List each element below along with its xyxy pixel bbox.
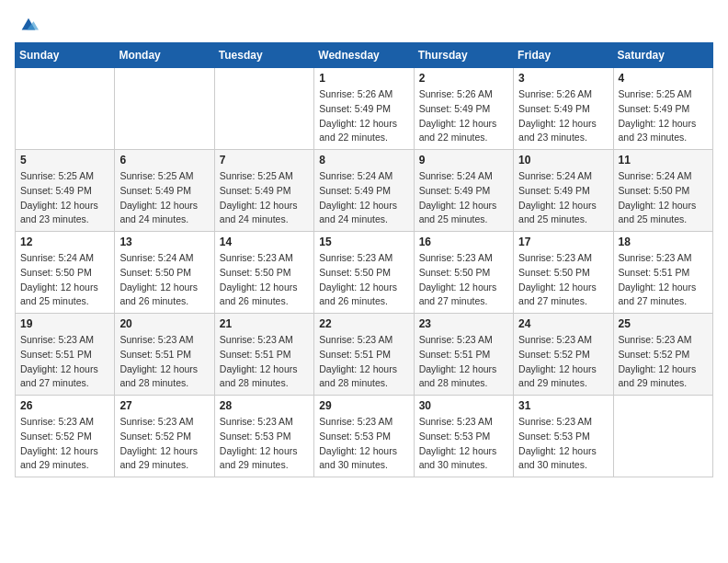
day-number: 23 xyxy=(419,317,508,330)
day-info: Sunrise: 5:23 AM Sunset: 5:53 PM Dayligh… xyxy=(419,415,508,473)
day-info: Sunrise: 5:23 AM Sunset: 5:50 PM Dayligh… xyxy=(319,251,408,309)
day-number: 10 xyxy=(518,154,608,167)
calendar-cell: 23Sunrise: 5:23 AM Sunset: 5:51 PM Dayli… xyxy=(414,314,513,396)
calendar-cell xyxy=(16,68,115,150)
day-info: Sunrise: 5:23 AM Sunset: 5:53 PM Dayligh… xyxy=(319,415,408,473)
day-info: Sunrise: 5:23 AM Sunset: 5:52 PM Dayligh… xyxy=(619,333,708,391)
calendar-cell: 3Sunrise: 5:26 AM Sunset: 5:49 PM Daylig… xyxy=(514,68,613,150)
calendar-cell: 4Sunrise: 5:25 AM Sunset: 5:49 PM Daylig… xyxy=(613,68,712,150)
calendar-cell: 12Sunrise: 5:24 AM Sunset: 5:50 PM Dayli… xyxy=(16,232,115,314)
calendar-cell: 5Sunrise: 5:25 AM Sunset: 5:49 PM Daylig… xyxy=(16,150,115,232)
calendar-week-2: 5Sunrise: 5:25 AM Sunset: 5:49 PM Daylig… xyxy=(16,150,713,232)
day-info: Sunrise: 5:23 AM Sunset: 5:51 PM Dayligh… xyxy=(20,333,109,391)
calendar-cell: 25Sunrise: 5:23 AM Sunset: 5:52 PM Dayli… xyxy=(613,314,712,396)
day-number: 21 xyxy=(220,317,309,330)
calendar-cell: 29Sunrise: 5:23 AM Sunset: 5:53 PM Dayli… xyxy=(314,396,414,477)
day-info: Sunrise: 5:23 AM Sunset: 5:52 PM Dayligh… xyxy=(119,415,209,473)
calendar-cell: 22Sunrise: 5:23 AM Sunset: 5:51 PM Dayli… xyxy=(314,314,414,396)
day-number: 22 xyxy=(319,317,408,330)
day-info: Sunrise: 5:23 AM Sunset: 5:51 PM Dayligh… xyxy=(419,333,508,391)
calendar-cell: 10Sunrise: 5:24 AM Sunset: 5:49 PM Dayli… xyxy=(514,150,613,232)
day-info: Sunrise: 5:23 AM Sunset: 5:51 PM Dayligh… xyxy=(619,251,708,309)
day-info: Sunrise: 5:25 AM Sunset: 5:49 PM Dayligh… xyxy=(20,169,109,227)
day-number: 19 xyxy=(20,317,109,330)
calendar-cell: 6Sunrise: 5:25 AM Sunset: 5:49 PM Daylig… xyxy=(115,150,214,232)
day-number: 17 xyxy=(518,236,608,248)
day-number: 12 xyxy=(20,236,109,248)
logo-icon xyxy=(18,15,39,35)
day-info: Sunrise: 5:24 AM Sunset: 5:50 PM Dayligh… xyxy=(20,251,109,309)
day-info: Sunrise: 5:23 AM Sunset: 5:50 PM Dayligh… xyxy=(518,251,608,309)
day-info: Sunrise: 5:26 AM Sunset: 5:49 PM Dayligh… xyxy=(319,87,408,145)
day-header-tuesday: Tuesday xyxy=(214,43,313,68)
day-info: Sunrise: 5:23 AM Sunset: 5:53 PM Dayligh… xyxy=(220,415,309,473)
calendar-week-4: 19Sunrise: 5:23 AM Sunset: 5:51 PM Dayli… xyxy=(16,314,713,396)
calendar-cell: 1Sunrise: 5:26 AM Sunset: 5:49 PM Daylig… xyxy=(314,68,414,150)
day-number: 29 xyxy=(319,399,408,412)
calendar-week-1: 1Sunrise: 5:26 AM Sunset: 5:49 PM Daylig… xyxy=(16,68,713,150)
day-number: 15 xyxy=(319,236,408,248)
calendar-week-3: 12Sunrise: 5:24 AM Sunset: 5:50 PM Dayli… xyxy=(16,232,713,314)
day-number: 24 xyxy=(518,317,608,330)
day-info: Sunrise: 5:23 AM Sunset: 5:52 PM Dayligh… xyxy=(20,415,109,473)
day-number: 28 xyxy=(220,399,309,412)
day-info: Sunrise: 5:24 AM Sunset: 5:50 PM Dayligh… xyxy=(619,169,708,227)
day-info: Sunrise: 5:24 AM Sunset: 5:49 PM Dayligh… xyxy=(419,169,508,227)
day-number: 2 xyxy=(419,72,508,85)
calendar-cell: 11Sunrise: 5:24 AM Sunset: 5:50 PM Dayli… xyxy=(613,150,712,232)
calendar-cell: 16Sunrise: 5:23 AM Sunset: 5:50 PM Dayli… xyxy=(414,232,513,314)
day-info: Sunrise: 5:26 AM Sunset: 5:49 PM Dayligh… xyxy=(518,87,608,145)
day-number: 13 xyxy=(119,236,209,248)
calendar-cell: 18Sunrise: 5:23 AM Sunset: 5:51 PM Dayli… xyxy=(613,232,712,314)
day-number: 4 xyxy=(619,72,708,85)
day-number: 5 xyxy=(20,154,109,167)
day-number: 25 xyxy=(619,317,708,330)
day-header-friday: Friday xyxy=(514,43,613,68)
calendar-cell: 28Sunrise: 5:23 AM Sunset: 5:53 PM Dayli… xyxy=(214,396,313,477)
calendar-cell: 14Sunrise: 5:23 AM Sunset: 5:50 PM Dayli… xyxy=(214,232,313,314)
day-number: 6 xyxy=(119,154,209,167)
day-info: Sunrise: 5:23 AM Sunset: 5:51 PM Dayligh… xyxy=(119,333,209,391)
day-info: Sunrise: 5:25 AM Sunset: 5:49 PM Dayligh… xyxy=(119,169,209,227)
calendar-cell: 2Sunrise: 5:26 AM Sunset: 5:49 PM Daylig… xyxy=(414,68,513,150)
calendar-cell: 13Sunrise: 5:24 AM Sunset: 5:50 PM Dayli… xyxy=(115,232,214,314)
day-number: 11 xyxy=(619,154,708,167)
day-number: 16 xyxy=(419,236,508,248)
calendar-cell: 21Sunrise: 5:23 AM Sunset: 5:51 PM Dayli… xyxy=(214,314,313,396)
day-header-monday: Monday xyxy=(115,43,214,68)
calendar-cell: 20Sunrise: 5:23 AM Sunset: 5:51 PM Dayli… xyxy=(115,314,214,396)
day-info: Sunrise: 5:23 AM Sunset: 5:51 PM Dayligh… xyxy=(319,333,408,391)
day-number: 18 xyxy=(619,236,708,248)
calendar-cell: 17Sunrise: 5:23 AM Sunset: 5:50 PM Dayli… xyxy=(514,232,613,314)
day-info: Sunrise: 5:23 AM Sunset: 5:50 PM Dayligh… xyxy=(419,251,508,309)
day-number: 1 xyxy=(319,72,408,85)
calendar-cell: 26Sunrise: 5:23 AM Sunset: 5:52 PM Dayli… xyxy=(16,396,115,477)
day-number: 20 xyxy=(119,317,209,330)
day-info: Sunrise: 5:23 AM Sunset: 5:50 PM Dayligh… xyxy=(220,251,309,309)
calendar-cell: 8Sunrise: 5:24 AM Sunset: 5:49 PM Daylig… xyxy=(314,150,414,232)
calendar-cell: 31Sunrise: 5:23 AM Sunset: 5:53 PM Dayli… xyxy=(514,396,613,477)
day-number: 3 xyxy=(518,72,608,85)
calendar-table: SundayMondayTuesdayWednesdayThursdayFrid… xyxy=(15,42,713,477)
day-info: Sunrise: 5:25 AM Sunset: 5:49 PM Dayligh… xyxy=(220,169,309,227)
day-info: Sunrise: 5:23 AM Sunset: 5:52 PM Dayligh… xyxy=(518,333,608,391)
day-number: 30 xyxy=(419,399,508,412)
day-number: 9 xyxy=(419,154,508,167)
calendar-cell: 7Sunrise: 5:25 AM Sunset: 5:49 PM Daylig… xyxy=(214,150,313,232)
day-number: 27 xyxy=(119,399,209,412)
day-number: 7 xyxy=(220,154,309,167)
calendar-cell: 24Sunrise: 5:23 AM Sunset: 5:52 PM Dayli… xyxy=(514,314,613,396)
calendar-cell: 19Sunrise: 5:23 AM Sunset: 5:51 PM Dayli… xyxy=(16,314,115,396)
day-header-thursday: Thursday xyxy=(414,43,513,68)
day-number: 31 xyxy=(518,399,608,412)
calendar-header-row: SundayMondayTuesdayWednesdayThursdayFrid… xyxy=(16,43,713,68)
day-info: Sunrise: 5:26 AM Sunset: 5:49 PM Dayligh… xyxy=(419,87,508,145)
day-info: Sunrise: 5:24 AM Sunset: 5:50 PM Dayligh… xyxy=(119,251,209,309)
calendar-week-5: 26Sunrise: 5:23 AM Sunset: 5:52 PM Dayli… xyxy=(16,396,713,477)
calendar-cell xyxy=(214,68,313,150)
calendar-cell: 15Sunrise: 5:23 AM Sunset: 5:50 PM Dayli… xyxy=(314,232,414,314)
day-number: 8 xyxy=(319,154,408,167)
day-number: 14 xyxy=(220,236,309,248)
calendar-cell: 27Sunrise: 5:23 AM Sunset: 5:52 PM Dayli… xyxy=(115,396,214,477)
day-header-saturday: Saturday xyxy=(613,43,712,68)
